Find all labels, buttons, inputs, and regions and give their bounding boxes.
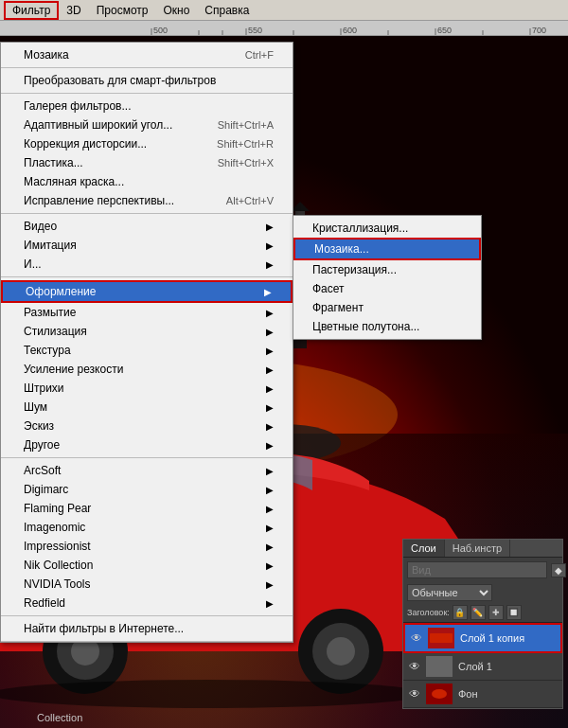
layer-row-bg[interactable]: 👁 Фон <box>403 681 562 708</box>
ruler: 500 550 600 650 700 <box>0 21 568 36</box>
menu-section-find: Найти фильтры в Интернете... <box>1 616 293 642</box>
menu-item-redfield[interactable]: Redfield ▶ <box>1 594 293 613</box>
menu-section-recent: Мозаика Ctrl+F <box>1 43 293 68</box>
menu-filter[interactable]: Фильтр <box>4 1 59 20</box>
svg-rect-38 <box>430 633 453 643</box>
layer-thumb-1 <box>426 656 453 677</box>
layer-name-1: Слой 1 <box>458 661 559 672</box>
submenu-item-fragment[interactable]: Фрагмент <box>293 298 481 317</box>
submenu-item-facet[interactable]: Фасет <box>293 279 481 298</box>
layer-eye-bg[interactable]: 👁 <box>407 686 422 701</box>
layers-lock-all[interactable]: 🔲 <box>506 605 522 620</box>
menu-item-strokes[interactable]: Штрихи ▶ <box>1 379 293 398</box>
menu-item-nvidia[interactable]: NVIDIA Tools ▶ <box>1 575 293 594</box>
tab-layers[interactable]: Слои <box>403 540 445 557</box>
menu-item-oformlenie[interactable]: Оформление ▶ <box>1 280 293 303</box>
layer-row-1[interactable]: 👁 Слой 1 <box>403 653 562 681</box>
menu-item-perspective[interactable]: Исправление перспективы... Alt+Ctrl+V <box>1 191 293 210</box>
layer-name-copy: Слой 1 копия <box>460 632 557 644</box>
menu-item-liquify[interactable]: Пластика... Shift+Ctrl+X <box>1 153 293 172</box>
oformlenie-submenu: Кристаллизация... Мозаика... Пастеризаци… <box>293 215 482 340</box>
ruler-svg: 500 550 600 650 700 <box>0 21 568 36</box>
svg-text:500: 500 <box>153 26 168 35</box>
menu-item-impressionist[interactable]: Impressionist ▶ <box>1 537 293 556</box>
menu-item-oil-paint[interactable]: Масляная краска... <box>1 172 293 191</box>
layers-search-input[interactable] <box>407 561 547 578</box>
layer-name-bg: Фон <box>458 688 559 700</box>
menu-help[interactable]: Справка <box>197 2 257 19</box>
svg-point-41 <box>432 689 447 699</box>
layers-lock-position[interactable]: ✚ <box>488 605 504 620</box>
layers-filter-select[interactable]: ◆ <box>551 563 566 577</box>
menu-item-mozaika-recent[interactable]: Мозаика Ctrl+F <box>1 45 293 64</box>
menu-item-sharpen[interactable]: Усиление резкости ▶ <box>1 360 293 379</box>
svg-text:600: 600 <box>343 26 357 35</box>
menu-item-flaming-pear[interactable]: Flaming Pear ▶ <box>1 499 293 518</box>
layer-eye-copy[interactable]: 👁 <box>409 630 424 646</box>
collection-text: Collection <box>37 712 82 723</box>
menu-item-smart-filters[interactable]: Преобразовать для смарт-фильтров <box>1 71 293 90</box>
main-canvas-area: 500 550 600 650 700 <box>0 21 568 728</box>
layers-lock-transparent[interactable]: 🔒 <box>453 605 468 620</box>
menu-item-sketch[interactable]: Эскиз ▶ <box>1 417 293 435</box>
menu-bar: Фильтр 3D Просмотр Окно Справка <box>0 0 568 21</box>
svg-text:700: 700 <box>532 26 546 35</box>
svg-point-36 <box>0 680 426 708</box>
layer-thumb-bg <box>426 684 453 704</box>
svg-text:650: 650 <box>437 26 452 35</box>
menu-section-effects: Оформление ▶ Размытие ▶ Стилизация ▶ Тек… <box>1 277 293 458</box>
tab-instruments[interactable]: Наб.инстр <box>445 540 510 557</box>
layers-blend-row: Обычные <box>403 582 562 603</box>
layers-panel: Слои Наб.инстр ◆ Обычные Заголовок: 🔒 ✏️… <box>402 539 563 709</box>
menu-item-texture[interactable]: Текстура ▶ <box>1 341 293 360</box>
submenu-item-halftone[interactable]: Цветные полутона... <box>293 317 481 336</box>
filter-dropdown-menu: Мозаика Ctrl+F Преобразовать для смарт-ф… <box>0 42 293 643</box>
layers-search-row: ◆ <box>403 558 562 582</box>
menu-view[interactable]: Просмотр <box>89 2 156 19</box>
menu-item-noise[interactable]: Шум ▶ <box>1 398 293 417</box>
layers-lock-image[interactable]: ✏️ <box>470 605 486 620</box>
svg-rect-39 <box>426 656 453 677</box>
menu-item-distortion[interactable]: Коррекция дисторсии... Shift+Ctrl+R <box>1 134 293 153</box>
layers-lock-label: Заголовок: <box>407 608 450 617</box>
submenu-item-mozaika[interactable]: Мозаика... <box>293 238 481 260</box>
menu-item-nik[interactable]: Nik Collection ▶ <box>1 556 293 575</box>
submenu-item-pasterize[interactable]: Пастеризация... <box>293 260 481 279</box>
menu-section-gallery: Галерея фильтров... Адаптивный широкий у… <box>1 94 293 214</box>
menu-section-smart: Преобразовать для смарт-фильтров <box>1 68 293 94</box>
menu-item-other[interactable]: Другое ▶ <box>1 435 293 454</box>
menu-item-gallery[interactable]: Галерея фильтров... <box>1 97 293 115</box>
menu-item-find-online[interactable]: Найти фильтры в Интернете... <box>1 619 293 638</box>
menu-section-video: Видео ▶ Имитация ▶ И... ▶ <box>1 214 293 277</box>
layer-thumb-copy <box>428 628 454 648</box>
menu-window[interactable]: Окно <box>155 2 197 19</box>
layers-toolbar: Заголовок: 🔒 ✏️ ✚ 🔲 <box>403 603 562 623</box>
svg-point-35 <box>327 637 355 666</box>
menu-item-wide-angle[interactable]: Адаптивный широкий угол... Shift+Ctrl+A <box>1 115 293 134</box>
menu-3d[interactable]: 3D <box>59 2 88 19</box>
menu-item-digimarc[interactable]: Digimarc ▶ <box>1 480 293 499</box>
menu-section-plugins: ArcSoft ▶ Digimarc ▶ Flaming Pear ▶ Imag… <box>1 458 293 616</box>
layers-blend-mode[interactable]: Обычные <box>407 584 492 601</box>
menu-item-stylization[interactable]: Стилизация ▶ <box>1 322 293 341</box>
layer-eye-1[interactable]: 👁 <box>407 659 422 674</box>
svg-text:550: 550 <box>248 26 262 35</box>
menu-item-video[interactable]: Видео ▶ <box>1 217 293 236</box>
menu-item-imagenomic[interactable]: Imagenomic ▶ <box>1 518 293 537</box>
menu-item-imitation[interactable]: Имитация ▶ <box>1 236 293 255</box>
menu-item-i[interactable]: И... ▶ <box>1 255 293 274</box>
layer-row-copy[interactable]: 👁 Слой 1 копия <box>403 623 562 653</box>
menu-item-blur[interactable]: Размытие ▶ <box>1 303 293 322</box>
menu-item-arcsoft[interactable]: ArcSoft ▶ <box>1 461 293 480</box>
layers-tabs: Слои Наб.инстр <box>403 540 562 558</box>
submenu-item-crystallize[interactable]: Кристаллизация... <box>293 219 481 238</box>
